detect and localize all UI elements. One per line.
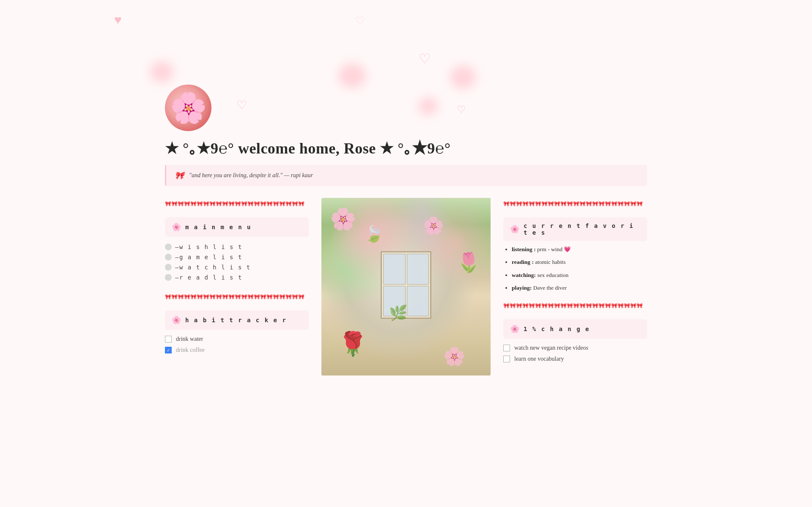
- favorites-title: c u r r e n t f a v o r i t e s: [524, 222, 640, 236]
- heart-blur-1: [150, 61, 173, 82]
- rose-image: [165, 85, 211, 131]
- main-menu-flower-icon: 🌸: [172, 222, 181, 232]
- main-menu-list: —w i s h l i s t —g a m e l i s t —w a t…: [165, 241, 309, 283]
- heart-icon-2: ♡: [355, 15, 365, 27]
- habit-tracker-flower-icon: 🌸: [172, 315, 181, 325]
- favorite-watching-value: sex education: [537, 272, 568, 278]
- menu-label-gamelist: —g a m e l i s t: [175, 254, 242, 260]
- bow-pattern-right-top: 🎀🎀🎀🎀🎀🎀🎀🎀🎀🎀🎀🎀🎀🎀🎀🎀🎀🎀🎀🎀🎀🎀: [503, 201, 643, 207]
- bullet-readlist: [165, 274, 172, 281]
- favorite-reading-key: reading :: [512, 259, 534, 265]
- bow-deco-top-left: 🎀🎀🎀🎀🎀🎀🎀🎀🎀🎀🎀🎀🎀🎀🎀🎀🎀🎀🎀🎀🎀🎀: [165, 198, 309, 210]
- habit-tracker-list: drink water ✓ drink coffee: [165, 334, 309, 355]
- heart-icon-3: ♡: [419, 51, 431, 67]
- window-pane-1: [383, 254, 406, 285]
- bow-pattern-right-bottom: 🎀🎀🎀🎀🎀🎀🎀🎀🎀🎀🎀🎀🎀🎀🎀🎀🎀🎀🎀🎀🎀🎀: [503, 303, 643, 309]
- change-item-vocabulary[interactable]: learn one vocabulary: [503, 356, 647, 362]
- favorite-reading: reading : atomic habits: [512, 258, 647, 266]
- bow-deco-top-right: 🎀🎀🎀🎀🎀🎀🎀🎀🎀🎀🎀🎀🎀🎀🎀🎀🎀🎀🎀🎀🎀🎀: [503, 198, 647, 210]
- rose-overlay-2: 🌸: [423, 216, 444, 236]
- menu-label-wishlist: —w i s h l i s t: [175, 244, 242, 250]
- habit-item-drink-water[interactable]: drink water: [165, 336, 309, 343]
- rose-overlay-5: 🌸: [443, 346, 465, 367]
- checkbox-drink-water[interactable]: [165, 336, 172, 343]
- menu-item-wishlist[interactable]: —w i s h l i s t: [165, 244, 309, 250]
- favorite-watching-key: watching:: [512, 272, 536, 278]
- leaf-overlay: 🍃: [364, 225, 384, 243]
- one-percent-list: watch new vegan recipe videos learn one …: [503, 343, 647, 364]
- one-percent-header: 🌸 1 % c h a n g e: [503, 319, 647, 339]
- favorite-reading-value: atomic habits: [535, 259, 565, 265]
- garden-image: 🌸 🌸 🌷 🌹 🌸 🌿 🍃: [321, 198, 491, 375]
- window-pane-4: [407, 286, 429, 317]
- habit-tracker-title: h a b i t t r a c k e r: [185, 317, 287, 323]
- quote-bow-icon: 🎀: [175, 171, 184, 180]
- favorite-listening-key: listening :: [512, 246, 536, 252]
- favorite-playing-key: playing:: [512, 285, 532, 291]
- bow-deco-bottom-right: 🎀🎀🎀🎀🎀🎀🎀🎀🎀🎀🎀🎀🎀🎀🎀🎀🎀🎀🎀🎀🎀🎀: [503, 300, 647, 312]
- right-column: 🎀🎀🎀🎀🎀🎀🎀🎀🎀🎀🎀🎀🎀🎀🎀🎀🎀🎀🎀🎀🎀🎀 🌸 c u r r e n t f…: [503, 198, 647, 364]
- menu-label-watchlist: —w a t c h l i s t: [175, 264, 251, 271]
- garden-scene: 🌸 🌸 🌷 🌹 🌸 🌿 🍃: [321, 198, 491, 375]
- one-percent-flower-icon: 🌸: [510, 324, 519, 334]
- one-percent-title: 1 % c h a n g e: [524, 326, 590, 332]
- bullet-gamelist: [165, 254, 172, 260]
- bullet-watchlist: [165, 264, 172, 271]
- bullet-wishlist: [165, 244, 172, 250]
- main-menu-title: m a i n m e n u: [185, 224, 251, 230]
- main-layout: 🎀🎀🎀🎀🎀🎀🎀🎀🎀🎀🎀🎀🎀🎀🎀🎀🎀🎀🎀🎀🎀🎀 🌸 m a i n m e n u…: [165, 198, 647, 375]
- favorite-listening: listening : prm - wind 💗: [512, 245, 647, 254]
- menu-item-gamelist[interactable]: —g a m e l i s t: [165, 254, 309, 260]
- change-label-vocabulary: learn one vocabulary: [514, 356, 564, 362]
- heart-icon-1: ♥: [114, 13, 122, 27]
- menu-item-watchlist[interactable]: —w a t c h l i s t: [165, 264, 309, 271]
- main-menu-section: 🌸 m a i n m e n u —w i s h l i s t —g a …: [165, 217, 309, 283]
- window-pane-2: [407, 254, 429, 285]
- bow-deco-bottom-left: 🎀🎀🎀🎀🎀🎀🎀🎀🎀🎀🎀🎀🎀🎀🎀🎀🎀🎀🎀🎀🎀🎀: [165, 291, 309, 303]
- quote-text: "and here you are living, despite it all…: [189, 172, 313, 179]
- habit-tracker-section: 🌸 h a b i t t r a c k e r drink water ✓ …: [165, 310, 309, 355]
- favorites-list: listening : prm - wind 💗 reading : atomi…: [503, 245, 647, 292]
- favorite-playing-value: Dave the diver: [533, 285, 567, 291]
- page-wrapper: ★ °｡★9℮° welcome home, Rose ★ °｡★9℮° 🎀 "…: [127, 85, 685, 375]
- bow-pattern-left-top: 🎀🎀🎀🎀🎀🎀🎀🎀🎀🎀🎀🎀🎀🎀🎀🎀🎀🎀🎀🎀🎀🎀: [165, 201, 304, 207]
- favorite-listening-value: prm - wind 💗: [537, 246, 571, 252]
- checkbox-drink-coffee[interactable]: ✓: [165, 347, 172, 354]
- favorite-watching: watching: sex education: [512, 271, 647, 280]
- one-percent-change-section: 🌸 1 % c h a n g e watch new vegan recipe…: [503, 319, 647, 364]
- checkbox-vegan[interactable]: [503, 345, 510, 351]
- welcome-heading: ★ °｡★9℮° welcome home, Rose ★ °｡★9℮°: [165, 140, 647, 157]
- main-menu-header: 🌸 m a i n m e n u: [165, 217, 309, 237]
- rose-overlay-3: 🌷: [457, 251, 480, 274]
- favorites-flower-icon: 🌸: [510, 225, 519, 234]
- habit-label-drink-coffee: drink coffee: [176, 347, 205, 354]
- change-label-vegan: watch new vegan recipe videos: [514, 345, 588, 351]
- favorite-playing: playing: Dave the diver: [512, 284, 647, 292]
- checkbox-vocabulary[interactable]: [503, 356, 510, 362]
- menu-label-readlist: —r e a d l i s t: [175, 274, 242, 281]
- habit-item-drink-coffee[interactable]: ✓ drink coffee: [165, 347, 309, 354]
- change-item-vegan[interactable]: watch new vegan recipe videos: [503, 345, 647, 351]
- habit-tracker-header: 🌸 h a b i t t r a c k e r: [165, 310, 309, 330]
- habit-label-drink-water: drink water: [176, 336, 203, 343]
- quote-banner: 🎀 "and here you are living, despite it a…: [165, 165, 647, 186]
- vine-overlay: 🌿: [389, 304, 408, 322]
- center-column: 🌸 🌸 🌷 🌹 🌸 🌿 🍃: [321, 198, 491, 375]
- current-favorites-section: 🌸 c u r r e n t f a v o r i t e s listen…: [503, 217, 647, 292]
- bow-pattern-left-bottom: 🎀🎀🎀🎀🎀🎀🎀🎀🎀🎀🎀🎀🎀🎀🎀🎀🎀🎀🎀🎀🎀🎀: [165, 294, 304, 300]
- left-column: 🎀🎀🎀🎀🎀🎀🎀🎀🎀🎀🎀🎀🎀🎀🎀🎀🎀🎀🎀🎀🎀🎀 🌸 m a i n m e n u…: [165, 198, 309, 355]
- rose-overlay-4: 🌹: [338, 330, 368, 358]
- current-favorites-header: 🌸 c u r r e n t f a v o r i t e s: [503, 217, 647, 241]
- menu-item-readlist[interactable]: —r e a d l i s t: [165, 274, 309, 281]
- rose-overlay-1: 🌸: [330, 207, 356, 231]
